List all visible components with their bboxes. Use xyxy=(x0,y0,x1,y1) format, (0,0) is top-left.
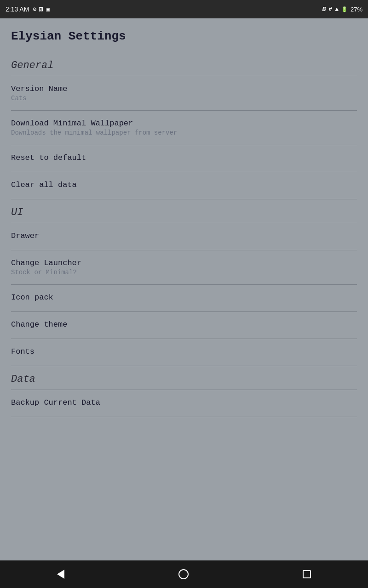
status-bar-left: 2:13 AM xyxy=(6,6,50,13)
settings-item-change-launcher[interactable]: Change Launcher Stock or Minimal? xyxy=(0,250,368,284)
settings-item-backup-data[interactable]: Backup Current Data xyxy=(0,390,368,417)
status-bar: 2:13 AM 27% xyxy=(0,0,368,18)
bluetooth-icon xyxy=(322,6,326,13)
nav-bar xyxy=(0,560,368,588)
section-header-ui: UI xyxy=(0,199,368,223)
section-ui: UI Drawer Change Launcher Stock or Minim… xyxy=(0,199,368,366)
nav-back-button[interactable] xyxy=(43,565,78,583)
item-subtitle-download-wallpaper: Downloads the minimal wallpaper from ser… xyxy=(11,129,357,136)
gear-icon xyxy=(33,6,36,13)
image-icon xyxy=(39,6,44,13)
item-subtitle-version-name: Cats xyxy=(11,95,357,102)
nav-recents-button[interactable] xyxy=(289,565,325,583)
settings-item-change-theme[interactable]: Change theme xyxy=(0,312,368,339)
screen-icon xyxy=(46,6,50,13)
item-title-clear-data: Clear all data xyxy=(11,181,357,189)
item-title-change-theme: Change theme xyxy=(11,320,357,329)
item-title-change-launcher: Change Launcher xyxy=(11,259,357,267)
status-bar-right: 27% xyxy=(322,6,362,13)
settings-item-fonts[interactable]: Fonts xyxy=(0,339,368,366)
battery-icon xyxy=(341,6,348,13)
item-title-version-name: Version Name xyxy=(11,85,357,93)
item-title-backup-data: Backup Current Data xyxy=(11,398,357,407)
hash-icon xyxy=(328,6,332,13)
settings-item-drawer[interactable]: Drawer xyxy=(0,223,368,250)
status-icons xyxy=(33,6,50,13)
item-title-fonts: Fonts xyxy=(11,347,357,356)
item-title-reset-default: Reset to default xyxy=(11,153,357,162)
status-time: 2:13 AM xyxy=(6,6,29,13)
settings-item-version-name[interactable]: Version Name Cats xyxy=(0,76,368,110)
wifi-icon xyxy=(335,6,339,13)
main-content: Elysian Settings General Version Name Ca… xyxy=(0,18,368,560)
nav-home-button[interactable] xyxy=(165,565,202,584)
item-subtitle-change-launcher: Stock or Minimal? xyxy=(11,269,357,276)
page-title: Elysian Settings xyxy=(0,18,368,52)
settings-item-clear-data[interactable]: Clear all data xyxy=(0,172,368,199)
section-general: General Version Name Cats Download Minim… xyxy=(0,52,368,199)
item-title-drawer: Drawer xyxy=(11,232,357,240)
recents-icon xyxy=(303,570,311,578)
settings-item-reset-default[interactable]: Reset to default xyxy=(0,145,368,172)
item-title-download-wallpaper: Download Minimal Wallpaper xyxy=(11,119,357,128)
section-header-general: General xyxy=(0,52,368,76)
divider xyxy=(11,417,357,417)
battery-percent: 27% xyxy=(351,6,362,13)
home-icon xyxy=(178,569,189,579)
settings-item-icon-pack[interactable]: Icon pack xyxy=(0,285,368,311)
section-header-data: Data xyxy=(0,366,368,390)
item-title-icon-pack: Icon pack xyxy=(11,293,357,302)
section-data: Data Backup Current Data xyxy=(0,366,368,417)
settings-item-download-wallpaper[interactable]: Download Minimal Wallpaper Downloads the… xyxy=(0,111,368,145)
back-icon xyxy=(57,570,64,579)
